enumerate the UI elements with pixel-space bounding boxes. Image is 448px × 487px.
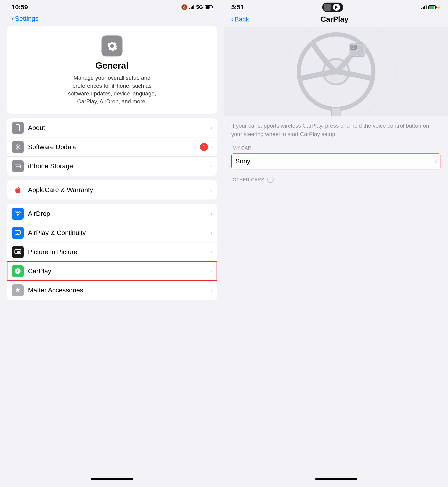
carplay-content: If your car supports wireless CarPlay, p… (224, 116, 448, 473)
settings-group-1: About › Software Update 1 › (7, 118, 217, 176)
carplay-icon (14, 267, 22, 275)
signal-bars-right (421, 5, 426, 9)
svg-rect-4 (16, 166, 20, 167)
my-car-list: Sony › (231, 153, 441, 169)
matter-chevron: › (210, 287, 212, 294)
airdrop-chevron: › (210, 210, 212, 217)
matter-label: Matter Accessories (28, 287, 210, 294)
iphone-storage-chevron: › (210, 163, 212, 170)
airdrop-label: AirDrop (28, 210, 210, 217)
pip-icon (14, 248, 22, 256)
my-car-section-label: MY CAR (231, 145, 441, 151)
storage-icon-wrap (12, 160, 24, 172)
pip-row[interactable]: Picture in Picture › (7, 242, 217, 262)
apple-icon (14, 186, 22, 194)
home-indicator-right (224, 473, 448, 487)
carplay-back-button[interactable]: ‹ Back (231, 16, 249, 23)
software-update-label: Software Update (28, 143, 200, 151)
svg-rect-16 (358, 45, 364, 49)
general-header-card: General Manage your overall setup and pr… (7, 26, 217, 114)
matter-icon-wrap (12, 284, 24, 296)
matter-row[interactable]: Matter Accessories › (7, 281, 217, 300)
status-bar-right: 5:51 ⚡ (224, 0, 448, 13)
carplay-label: CarPlay (28, 267, 210, 275)
network-type: 5G (196, 4, 203, 10)
play-button-icon[interactable] (333, 4, 340, 11)
about-label: About (28, 124, 210, 132)
carplay-title: CarPlay (320, 15, 348, 24)
airplay-icon (14, 229, 22, 237)
svg-rect-17 (350, 51, 357, 55)
back-chevron-right-icon: ‹ (231, 15, 233, 23)
time-right: 5:51 (231, 3, 244, 11)
svg-point-2 (17, 146, 19, 148)
software-update-badge: 1 (200, 143, 208, 151)
back-chevron-icon: ‹ (12, 15, 14, 22)
svg-rect-18 (358, 51, 364, 55)
svg-rect-19 (350, 45, 357, 49)
applecare-row[interactable]: AppleCare & Warranty › (7, 180, 217, 200)
left-panel: 10:59 🔕 5G ‹ Settings (0, 0, 224, 487)
general-title: General (96, 61, 128, 71)
settings-group-2: AppleCare & Warranty › (7, 180, 217, 200)
silent-icon: 🔕 (181, 4, 187, 10)
status-icons-right: ⚡ (421, 5, 441, 9)
settings-group-3: AirDrop › AirPlay & Continuity › (7, 204, 217, 300)
carplay-row[interactable]: CarPlay › (7, 262, 217, 281)
svg-rect-20 (332, 108, 341, 116)
airplay-chevron: › (210, 229, 212, 236)
steering-wheel-svg (224, 27, 448, 116)
about-icon-wrap (12, 122, 24, 134)
airdrop-icon (14, 210, 22, 217)
software-update-icon-wrap (12, 141, 24, 153)
pip-label: Picture in Picture (28, 248, 210, 256)
home-indicator-left (5, 473, 219, 487)
other-cars-label: OTHER CARS (233, 177, 264, 183)
play-triangle-icon (335, 6, 338, 9)
sony-car-row[interactable]: Sony › (231, 153, 441, 169)
svg-rect-10 (17, 251, 20, 253)
carplay-back-label: Back (234, 16, 249, 23)
airplay-icon-wrap (12, 227, 24, 239)
svg-point-1 (17, 129, 18, 130)
general-description: Manage your overall setup and preference… (65, 74, 159, 105)
about-chevron: › (210, 124, 212, 131)
back-label: Settings (15, 15, 39, 22)
software-update-row[interactable]: Software Update 1 › (7, 137, 217, 157)
svg-point-5 (17, 214, 19, 216)
phone-icon (14, 124, 22, 132)
carplay-chevron: › (210, 267, 212, 275)
carplay-instructions: If your car supports wireless CarPlay, p… (231, 122, 441, 138)
settings-back-button[interactable]: ‹ Settings (12, 15, 212, 22)
matter-icon (14, 287, 22, 294)
pip-chevron: › (210, 248, 212, 255)
pip-icon-wrap (12, 246, 24, 258)
about-row[interactable]: About › (7, 118, 217, 137)
status-bar-left: 10:59 🔕 5G (5, 0, 219, 13)
carplay-nav-bar: ‹ Back CarPlay (224, 13, 448, 27)
loading-spinner (267, 176, 274, 183)
battery-icon (205, 5, 212, 9)
media-pill (322, 3, 343, 12)
charging-battery-icon: ⚡ (428, 5, 441, 9)
gear-spin-icon (14, 143, 22, 151)
airdrop-row[interactable]: AirDrop › (7, 204, 217, 223)
status-center-right (322, 3, 343, 12)
applecare-label: AppleCare & Warranty (28, 186, 210, 194)
nav-bar-left: ‹ Settings (5, 13, 219, 26)
sony-car-chevron: › (435, 158, 437, 165)
time-left: 10:59 (12, 3, 28, 11)
airplay-row[interactable]: AirPlay & Continuity › (7, 223, 217, 242)
right-panel: 5:51 ⚡ (224, 0, 448, 487)
other-cars-row: OTHER CARS (231, 176, 441, 183)
iphone-storage-label: iPhone Storage (28, 162, 210, 170)
airdrop-icon-wrap (12, 208, 24, 220)
carplay-icon-wrap (12, 265, 24, 277)
lightning-icon: ⚡ (436, 5, 441, 9)
software-update-chevron: › (210, 143, 212, 151)
storage-icon (14, 162, 22, 170)
applecare-icon-wrap (12, 184, 24, 196)
signal-bars (189, 5, 194, 9)
applecare-chevron: › (210, 186, 212, 194)
iphone-storage-row[interactable]: iPhone Storage › (7, 157, 217, 176)
